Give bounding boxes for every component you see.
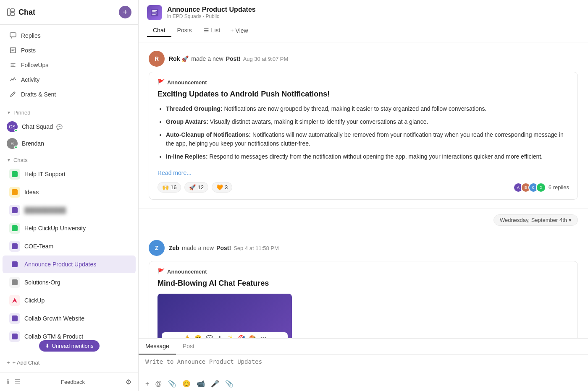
svg-rect-1 bbox=[11, 9, 14, 12]
svg-rect-2 bbox=[11, 13, 14, 16]
message-header-1: R Rok 🚀 made a new Post! Aug 30 at 9:07 … bbox=[149, 51, 578, 67]
reply-count[interactable]: 6 replies bbox=[549, 184, 569, 190]
message-input-wrapper bbox=[139, 355, 588, 376]
tab-list-label: List bbox=[211, 27, 220, 34]
date-chevron-icon: ▾ bbox=[569, 217, 572, 223]
brendan-label: Brendan bbox=[22, 140, 44, 147]
chat-item-blurred[interactable]: ██████████ bbox=[3, 201, 136, 219]
message-input[interactable] bbox=[145, 358, 581, 372]
message-block-1: R Rok 🚀 made a new Post! Aug 30 at 9:07 … bbox=[139, 42, 588, 209]
collab-growth-name: Collab Growth Website bbox=[24, 315, 84, 322]
chat-item-clickup[interactable]: ClickUp bbox=[3, 292, 136, 309]
list-item-3-bold: Auto-Cleanup of Notifications: bbox=[166, 131, 251, 138]
add-chat-link[interactable]: + + Add Chat bbox=[7, 357, 131, 368]
tab-chat[interactable]: Chat bbox=[147, 24, 171, 37]
input-tab-message-label: Message bbox=[145, 343, 169, 349]
list-icon[interactable]: ☰ bbox=[14, 378, 20, 386]
reaction-clap-count: 16 bbox=[171, 184, 176, 190]
input-add-icon[interactable]: + bbox=[145, 380, 149, 388]
chat-item-help-it-support[interactable]: Help IT Support bbox=[3, 165, 136, 183]
tab-posts-label: Posts bbox=[177, 27, 192, 34]
sidebar-item-drafts[interactable]: Drafts & Sent bbox=[3, 87, 136, 102]
drafts-label: Drafts & Sent bbox=[21, 91, 56, 98]
tab-add-view[interactable]: + View bbox=[226, 24, 252, 37]
activity-label: Activity bbox=[21, 76, 39, 83]
svg-rect-8 bbox=[12, 243, 18, 249]
unread-mentions-arrow-icon: ⬇ bbox=[45, 343, 50, 349]
reply-avatars-1: A B C D 6 replies bbox=[516, 182, 569, 193]
sidebar-item-replies[interactable]: Replies bbox=[3, 29, 136, 43]
help-clickup-icon bbox=[9, 223, 20, 234]
date-pill[interactable]: Wednesday, September 4th ▾ bbox=[494, 214, 578, 226]
add-chat-button[interactable]: + bbox=[119, 6, 131, 18]
collab-growth-icon bbox=[9, 313, 20, 324]
reaction-rocket[interactable]: 🚀 12 bbox=[184, 182, 208, 193]
svg-rect-6 bbox=[12, 207, 18, 213]
chat-item-ideas[interactable]: Ideas bbox=[3, 183, 136, 201]
input-mic-icon[interactable]: 🎤 bbox=[211, 380, 219, 388]
blurred-icon bbox=[9, 205, 20, 216]
unread-mentions-button[interactable]: ⬇ Unread mentions bbox=[39, 340, 100, 352]
input-tab-post[interactable]: Post bbox=[176, 339, 201, 355]
input-tab-post-label: Post bbox=[183, 343, 194, 349]
help-icon[interactable]: ℹ bbox=[7, 378, 9, 386]
header-tabs: Chat Posts ☰ List + View bbox=[147, 24, 580, 37]
solutions-name: Solutions-Org bbox=[24, 279, 60, 286]
tab-add-label: View bbox=[236, 27, 248, 34]
svg-rect-4 bbox=[12, 171, 18, 177]
feedback-label[interactable]: Feedback bbox=[61, 379, 85, 385]
message-meta-2: Zeb made a new Post! Sep 4 at 11:58 PM bbox=[169, 245, 279, 251]
read-more-link[interactable]: Read more... bbox=[158, 169, 192, 176]
chat-item-coe-team[interactable]: COE-Team bbox=[3, 237, 136, 255]
chats-list: Help IT Support Ideas ██████████ Help Cl… bbox=[0, 165, 138, 353]
input-emoji-icon[interactable]: 😊 bbox=[182, 380, 191, 388]
message-action-1: made a new bbox=[191, 55, 223, 62]
input-mention-icon[interactable]: @ bbox=[155, 380, 162, 388]
img-icon-7: 🎨 bbox=[249, 335, 256, 338]
sidebar-item-posts[interactable]: Posts bbox=[3, 43, 136, 57]
pinned-item-chat-squad[interactable]: CS Chat Squad 💬 bbox=[0, 118, 138, 135]
settings-icon[interactable]: ⚙ bbox=[126, 378, 131, 386]
announcement-badge-text-2: Announcement bbox=[167, 268, 207, 275]
reaction-heart[interactable]: 🧡 3 bbox=[212, 182, 232, 193]
input-tab-message[interactable]: Message bbox=[139, 339, 176, 355]
input-attach-icon[interactable]: 📎 bbox=[168, 380, 176, 388]
chat-item-solutions[interactable]: Solutions-Org bbox=[3, 274, 136, 291]
sidebar-item-activity[interactable]: Activity bbox=[3, 73, 136, 87]
footer-left: ℹ ☰ bbox=[7, 378, 20, 386]
img-icon-6: 🎯 bbox=[238, 335, 245, 338]
pinned-item-brendan[interactable]: B Brendan bbox=[0, 135, 138, 152]
announcement-flag-icon-2: 🚩 bbox=[158, 268, 165, 275]
sidebar-header: Chat + bbox=[0, 0, 138, 25]
announce-icon bbox=[9, 259, 20, 270]
tab-posts[interactable]: Posts bbox=[171, 24, 198, 37]
input-video-icon[interactable]: 📹 bbox=[197, 380, 205, 388]
chat-item-collab-growth[interactable]: Collab Growth Website bbox=[3, 310, 136, 327]
svg-rect-10 bbox=[12, 279, 18, 285]
post-label-2: Post! bbox=[216, 245, 231, 251]
sidebar-title: Chat bbox=[7, 8, 35, 17]
image-toolbar: 👍 😊 💬 ⬇ ✨ 🎯 🎨 ••• bbox=[162, 332, 288, 338]
timestamp-2: Sep 4 at 11:58 PM bbox=[234, 245, 279, 251]
input-clip-icon[interactable]: 📎 bbox=[225, 380, 234, 388]
add-chat-area: ⬇ Unread mentions + + Add Chat bbox=[0, 353, 138, 373]
timestamp-1: Aug 30 at 9:07 PM bbox=[243, 56, 289, 62]
sidebar-item-followups[interactable]: FollowUps bbox=[3, 58, 136, 72]
status-dot bbox=[14, 129, 18, 132]
announcement-flag-icon: 🚩 bbox=[158, 79, 165, 86]
list-item-4-text: Respond to messages directly from the no… bbox=[208, 153, 543, 160]
activity-icon bbox=[9, 76, 17, 83]
ideas-icon bbox=[9, 187, 20, 198]
reaction-rocket-count: 12 bbox=[197, 184, 203, 190]
pinned-section-header[interactable]: ▼ Pinned bbox=[0, 105, 138, 117]
chat-squad-chat-icon: 💬 bbox=[56, 124, 63, 130]
post-card-2: 🚩 Announcement Mind-Blowing AI Chat Feat… bbox=[149, 261, 578, 338]
chat-item-help-clickup[interactable]: Help ClickUp University bbox=[3, 219, 136, 237]
chats-section-header[interactable]: ▼ Chats bbox=[0, 153, 138, 165]
post-title-1: Exciting Updates to Android Push Notific… bbox=[158, 90, 569, 99]
tab-list[interactable]: ☰ List bbox=[198, 24, 226, 37]
chat-item-announce[interactable]: Announce Product Updates bbox=[3, 255, 136, 273]
coe-team-name: COE-Team bbox=[24, 243, 53, 250]
chat-squad-avatar: CS bbox=[7, 121, 18, 132]
reaction-clap[interactable]: 🙌 16 bbox=[158, 182, 181, 193]
